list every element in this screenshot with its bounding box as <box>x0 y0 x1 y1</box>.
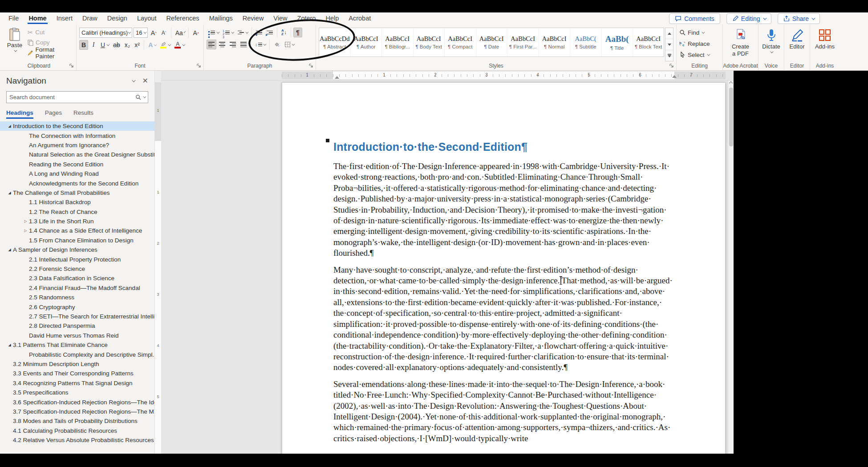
increase-indent-button[interactable]: ▸ <box>265 28 275 37</box>
replace-button[interactable]: bc Replace <box>679 39 720 48</box>
strikethrough-button[interactable]: ab <box>111 40 122 50</box>
navigation-tab[interactable]: Headings <box>6 109 33 119</box>
ribbon-tab[interactable]: Review <box>238 14 269 24</box>
ribbon-tab[interactable]: View <box>268 14 292 24</box>
vertical-scrollbar[interactable] <box>728 81 734 454</box>
expand-collapse-triangle-icon[interactable] <box>6 248 13 252</box>
heading-list-item[interactable]: 4.2 Relative Versus Absolute Probabilist… <box>0 435 154 445</box>
vertical-ruler[interactable]: 1 1 2 3 4 5 <box>155 71 161 454</box>
cut-button[interactable]: ✂ Cut <box>28 28 73 37</box>
find-button[interactable]: Find <box>679 28 720 37</box>
heading-list-item[interactable]: Probabilistic Complexity and Descriptive… <box>0 350 154 359</box>
style-gallery-item[interactable]: AaBbCcI ¶ Bibliogr... <box>382 28 414 56</box>
styles-scroll-up-button[interactable] <box>665 28 673 39</box>
editor-button[interactable]: Editor <box>787 28 807 61</box>
style-gallery-item[interactable]: AaBbC( ¶ Subtitle <box>570 28 602 56</box>
heading-list-item[interactable]: 2.8 Directed Panspermia <box>0 321 154 330</box>
grow-font-button[interactable]: A^ <box>149 28 158 38</box>
show-formatting-marks-button[interactable]: ¶ <box>293 28 302 37</box>
style-gallery-item[interactable]: AaBbCcI ¶ First Par... <box>507 28 539 56</box>
ribbon-tab[interactable]: Zotero <box>292 14 321 24</box>
heading-list-item[interactable]: 3.1 Patterns That Eliminate Chance <box>0 340 154 350</box>
expand-collapse-triangle-icon[interactable] <box>6 191 13 195</box>
heading-list-item[interactable]: 1.2 The Reach of Chance <box>0 207 154 217</box>
heading-list-item[interactable]: 2.1 Intellectual Property Protection <box>0 254 154 264</box>
styles-scroll-down-button[interactable] <box>665 39 673 50</box>
heading-list-item[interactable]: 2.2 Forensic Science <box>0 264 154 274</box>
decrease-indent-button[interactable]: ◂ <box>254 28 264 37</box>
heading-list-item[interactable]: 3.6 Specification-Induced Rejection Regi… <box>0 397 154 407</box>
navigation-tab[interactable]: Results <box>73 109 93 119</box>
style-gallery-item[interactable]: AaBbCcI ¶ Author <box>351 28 382 56</box>
heading-list-item[interactable]: Natural Selection as the Great Designer … <box>0 150 154 159</box>
shrink-font-button[interactable]: Aˇ <box>159 28 168 38</box>
search-input[interactable] <box>9 94 135 101</box>
comments-button[interactable]: Comments <box>669 13 720 24</box>
style-gallery-item[interactable]: AaBb( ¶ Title <box>602 28 633 56</box>
heading-list-item[interactable]: 1.5 From Chance Elimination to Design <box>0 236 154 245</box>
font-color-button[interactable]: A <box>173 40 186 50</box>
heading-list-item[interactable]: 3.4 Recognizing Patterns That Signal Des… <box>0 378 154 388</box>
heading-list-item[interactable]: 1.1 Historical Backdrop <box>0 197 154 207</box>
heading-list-item[interactable]: 3.2 Minimum Description Length <box>0 359 154 369</box>
search-box[interactable] <box>6 91 148 103</box>
shading-button[interactable] <box>272 40 282 49</box>
document-page[interactable]: Introduction·​to·​the·​Second·​Edition¶ … <box>282 82 726 454</box>
ribbon-tab[interactable]: Home <box>24 14 51 24</box>
heading-list-item[interactable]: 1.4 Chance as a Side Effect of Intellige… <box>0 226 154 235</box>
navigation-tab[interactable]: Pages <box>45 109 62 119</box>
style-gallery-item[interactable]: AaBbCcI ¶ Block Text <box>633 28 664 56</box>
font-size-combobox[interactable]: 16 <box>134 28 148 38</box>
style-gallery-item[interactable]: AaBbCcI ¶ Body Text <box>414 28 445 56</box>
paragraph-3[interactable]: Several·​emendations·​along·​these·​line… <box>333 379 674 444</box>
addins-button[interactable]: Add-ins <box>813 28 837 61</box>
text-effects-button[interactable]: A <box>146 40 158 50</box>
share-button[interactable]: Share <box>778 13 820 24</box>
editing-mode-button[interactable]: Editing <box>726 13 771 24</box>
heading-list-item[interactable]: 2.4 Financial Fraud—The Madoff Scandal <box>0 283 154 293</box>
heading-list-item[interactable]: 3.3 Events and Their Corresponding Patte… <box>0 369 154 378</box>
paste-button[interactable]: Paste <box>4 28 25 61</box>
document-heading[interactable]: Introduction·​to·​the·​Second·​Edition¶ <box>333 141 674 153</box>
style-gallery-item[interactable]: AaBbCcDd ¶ Abstract <box>319 28 351 56</box>
subscript-button[interactable]: x₂ <box>123 40 132 50</box>
clipboard-dialog-launcher-icon[interactable] <box>69 63 74 68</box>
borders-button[interactable] <box>283 40 296 49</box>
chevron-down-icon[interactable] <box>143 95 146 98</box>
heading-list-item[interactable]: A Long and Winding Road <box>0 169 154 178</box>
ribbon-tab[interactable]: File <box>4 14 24 24</box>
scrollbar-thumb[interactable] <box>729 88 733 146</box>
heading-list-item[interactable]: 3.8 Modes and Tails of Probability Distr… <box>0 416 154 426</box>
pane-options-chevron-icon[interactable] <box>132 78 135 82</box>
heading-list-item[interactable]: 2.7 SETI—The Search for Extraterrestrial… <box>0 312 154 321</box>
ribbon-tab[interactable]: Insert <box>52 14 77 24</box>
highlight-button[interactable] <box>158 40 172 50</box>
heading-list-item[interactable]: An Argument from Ignorance? <box>0 141 154 150</box>
align-left-button[interactable] <box>207 40 216 49</box>
search-icon[interactable] <box>135 94 141 100</box>
align-center-button[interactable] <box>217 40 227 49</box>
styles-more-button[interactable] <box>665 50 673 61</box>
expand-collapse-triangle-icon[interactable] <box>22 219 29 223</box>
ribbon-tab[interactable]: Draw <box>77 14 102 24</box>
paragraph-dialog-launcher-icon[interactable] <box>308 63 314 68</box>
ribbon-tab[interactable]: Help <box>320 14 344 24</box>
multilevel-list-button[interactable] <box>236 28 249 37</box>
style-gallery-item[interactable]: AaBbCcI ¶ Normal <box>539 28 571 56</box>
heading-list-item[interactable]: Acknowledgments for the Second Edition <box>0 178 154 188</box>
ribbon-tab[interactable]: Design <box>102 14 132 24</box>
heading-list-item[interactable]: 1.3 Life in the Short Run <box>0 217 154 226</box>
expand-collapse-triangle-icon[interactable] <box>22 229 29 233</box>
numbering-button[interactable]: 123 <box>221 28 235 37</box>
underline-button[interactable]: U <box>99 40 110 50</box>
heading-list-item[interactable]: 2.5 Randomness <box>0 293 154 302</box>
heading-list-item[interactable]: 4.1 Calculating Probabilistic Resources <box>0 426 154 435</box>
font-name-combobox[interactable]: Calibri (Headings) <box>79 28 132 38</box>
bold-button[interactable]: B <box>79 40 88 50</box>
expand-collapse-triangle-icon[interactable] <box>6 124 13 128</box>
ribbon-tab[interactable]: References <box>161 14 204 24</box>
line-spacing-button[interactable]: ↕ <box>253 40 267 49</box>
ribbon-tab[interactable]: Mailings <box>204 14 238 24</box>
change-case-button[interactable]: Aa <box>174 28 186 38</box>
styles-dialog-launcher-icon[interactable] <box>669 63 674 68</box>
